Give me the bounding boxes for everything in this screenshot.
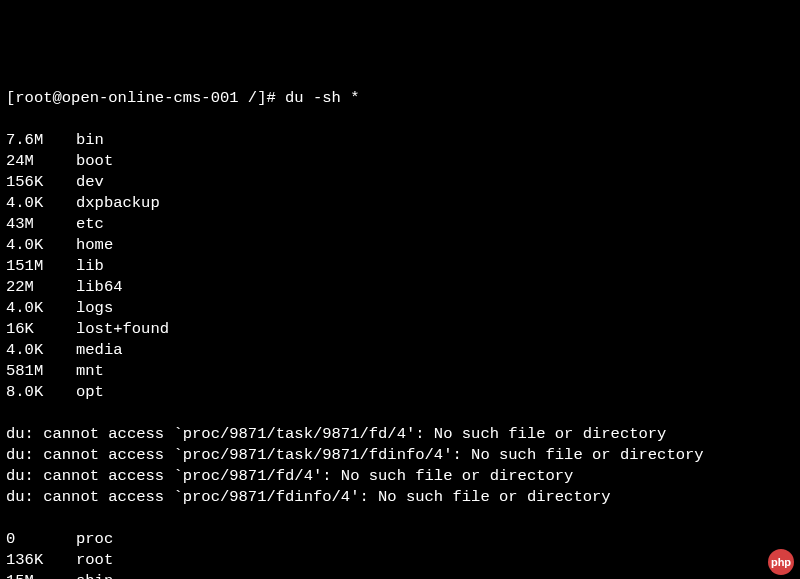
du-size: 7.6M — [6, 130, 76, 151]
du-row: 4.0Klogs — [6, 298, 794, 319]
du-row: 156Kdev — [6, 172, 794, 193]
du-size: 156K — [6, 172, 76, 193]
du-size: 151M — [6, 256, 76, 277]
du-row: 24Mboot — [6, 151, 794, 172]
du-size: 0 — [6, 529, 76, 550]
du-row: 151Mlib — [6, 256, 794, 277]
du-error-line: du: cannot access `proc/9871/fd/4': No s… — [6, 466, 794, 487]
du-size: 16K — [6, 319, 76, 340]
du-row: 0proc — [6, 529, 794, 550]
du-size: 43M — [6, 214, 76, 235]
du-row: 15Msbin — [6, 571, 794, 579]
du-size: 8.0K — [6, 382, 76, 403]
du-error-line: du: cannot access `proc/9871/fdinfo/4': … — [6, 487, 794, 508]
du-name: media — [76, 341, 123, 359]
du-name: boot — [76, 152, 113, 170]
shell-prompt[interactable]: [root@open-online-cms-001 /]# du -sh * — [6, 88, 794, 109]
du-row: 8.0Kopt — [6, 382, 794, 403]
du-name: dxpbackup — [76, 194, 160, 212]
du-error-line: du: cannot access `proc/9871/task/9871/f… — [6, 445, 794, 466]
du-size: 4.0K — [6, 298, 76, 319]
du-output-block-1: 7.6Mbin24Mboot156Kdev4.0Kdxpbackup43Metc… — [6, 130, 794, 403]
du-name: dev — [76, 173, 104, 191]
du-name: mnt — [76, 362, 104, 380]
du-size: 24M — [6, 151, 76, 172]
du-size: 4.0K — [6, 340, 76, 361]
du-size: 581M — [6, 361, 76, 382]
du-name: lost+found — [76, 320, 169, 338]
du-output-block-2: 0proc136Kroot15Msbin4.0Kselinux23Gshare4… — [6, 529, 794, 579]
du-name: proc — [76, 530, 113, 548]
du-name: home — [76, 236, 113, 254]
du-row: 43Metc — [6, 214, 794, 235]
du-name: sbin — [76, 572, 113, 579]
du-name: etc — [76, 215, 104, 233]
du-row: 22Mlib64 — [6, 277, 794, 298]
du-row: 4.0Kdxpbackup — [6, 193, 794, 214]
du-row: 4.0Kmedia — [6, 340, 794, 361]
du-row: 16Klost+found — [6, 319, 794, 340]
du-size: 136K — [6, 550, 76, 571]
du-size: 15M — [6, 571, 76, 579]
du-row: 4.0Khome — [6, 235, 794, 256]
du-row: 581Mmnt — [6, 361, 794, 382]
du-size: 4.0K — [6, 235, 76, 256]
du-size: 4.0K — [6, 193, 76, 214]
du-size: 22M — [6, 277, 76, 298]
du-error-block: du: cannot access `proc/9871/task/9871/f… — [6, 424, 794, 508]
du-row: 7.6Mbin — [6, 130, 794, 151]
watermark-badge: php — [768, 549, 794, 575]
du-name: lib — [76, 257, 104, 275]
du-name: root — [76, 551, 113, 569]
du-name: opt — [76, 383, 104, 401]
du-name: logs — [76, 299, 113, 317]
du-name: bin — [76, 131, 104, 149]
du-row: 136Kroot — [6, 550, 794, 571]
du-error-line: du: cannot access `proc/9871/task/9871/f… — [6, 424, 794, 445]
du-name: lib64 — [76, 278, 123, 296]
